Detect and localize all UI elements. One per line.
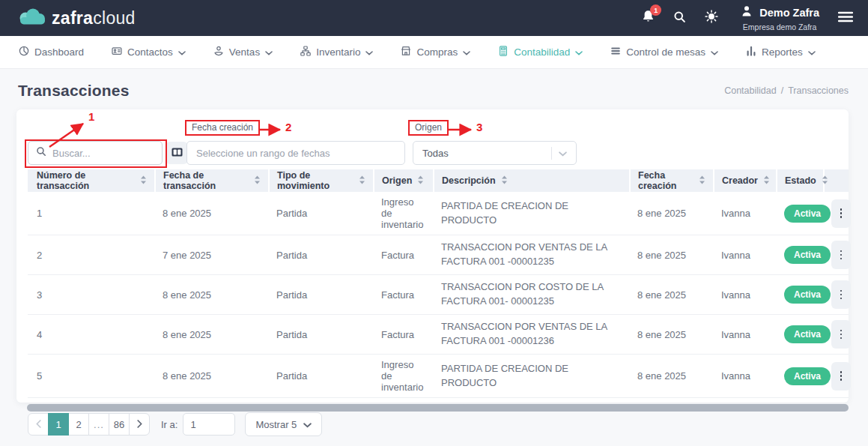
nav-item-ventas[interactable]: Ventas: [213, 46, 273, 58]
col-header-descripcion[interactable]: Descripción: [434, 169, 630, 192]
sort-icon[interactable]: [417, 175, 424, 187]
status-badge: Activa: [784, 325, 831, 343]
chevron-down-icon: [365, 46, 373, 58]
date-range-input[interactable]: [196, 148, 395, 159]
col-header-fecha-creacion[interactable]: Fecha creación: [630, 169, 714, 192]
search-icon: [673, 10, 686, 26]
sort-icon[interactable]: [140, 175, 147, 187]
cell-fecha-transaccion: 8 ene 2025: [155, 315, 269, 355]
table-row: 3 8 ene 2025 Partida Factura TRANSACCION…: [28, 275, 849, 315]
brand-logo[interactable]: zafracloud: [18, 8, 136, 28]
sort-icon[interactable]: [822, 175, 828, 187]
cell-creador: Ivanna: [714, 275, 777, 315]
col-header-estado[interactable]: Estado: [777, 169, 824, 192]
status-badge: Activa: [784, 286, 831, 304]
cell-descripcion: TRANSACCION POR VENTAS DE LA FACTURA 001…: [434, 235, 630, 275]
chevron-down-icon: [265, 46, 273, 58]
cell-descripcion: TRANSACCION POR VENTAS DE LA FACTURA 001…: [434, 315, 630, 355]
store-icon: [401, 46, 411, 58]
cell-creador: Ivanna: [714, 315, 777, 355]
annotation-label-origen: Origen: [408, 120, 449, 136]
columns-toggle-button[interactable]: [166, 142, 188, 164]
nav-item-contactos[interactable]: Contactos: [112, 46, 186, 58]
page-button-2[interactable]: 2: [68, 413, 89, 436]
cell-origen: Ingreso de inventario: [374, 192, 434, 235]
sort-icon[interactable]: [763, 175, 770, 187]
annotation-number-2: 2: [285, 121, 291, 133]
row-actions-button[interactable]: [831, 241, 851, 269]
nav-item-contabilidad[interactable]: Contabilidad: [498, 46, 583, 58]
col-header-origen[interactable]: Origen: [374, 169, 434, 192]
cell-fecha-creacion: 8 ene 2025: [630, 355, 714, 398]
sun-icon: [705, 10, 718, 26]
horizontal-scrollbar[interactable]: [27, 404, 849, 412]
search-button[interactable]: [673, 10, 686, 26]
breadcrumb-divider: /: [781, 85, 783, 96]
sort-icon[interactable]: [254, 175, 261, 187]
row-actions-button[interactable]: [831, 362, 851, 391]
cloud-logo-icon: [18, 8, 46, 28]
page-button-1[interactable]: 1: [48, 413, 69, 436]
nav-label: Contactos: [127, 46, 173, 58]
sort-icon[interactable]: [359, 175, 365, 187]
brand-name-light: cloud: [93, 8, 135, 28]
cell-fecha-transaccion: 8 ene 2025: [155, 355, 269, 398]
nav-item-control-de-mesas[interactable]: Control de mesas: [610, 46, 718, 58]
notification-count-badge: 1: [650, 4, 661, 16]
cell-tipo: Partida: [269, 235, 374, 275]
breadcrumb-parent[interactable]: Contabilidad: [724, 85, 777, 96]
row-actions-button[interactable]: [831, 199, 851, 228]
origin-select[interactable]: Todas: [413, 141, 577, 165]
goto-page-input[interactable]: [183, 413, 235, 436]
annotation-number-1: 1: [88, 110, 94, 123]
col-header-creador[interactable]: Creador: [714, 169, 777, 192]
cell-origen: Factura: [374, 315, 434, 355]
filters-row: Todas: [28, 141, 837, 165]
nav-label: Reportes: [762, 46, 803, 58]
nav-item-inventario[interactable]: Inventario: [300, 46, 373, 58]
cell-numero: 3: [28, 275, 155, 315]
row-actions-button[interactable]: [831, 320, 851, 349]
bar-chart-icon: [746, 46, 756, 58]
chevron-down-icon: [303, 419, 312, 430]
sort-icon[interactable]: [699, 175, 705, 187]
col-header-tipo-movimiento[interactable]: Tipo de movimiento: [269, 169, 374, 192]
nav-item-dashboard[interactable]: Dashboard: [19, 46, 84, 58]
cell-origen: Factura: [374, 235, 434, 275]
dashboard-icon: [19, 46, 29, 58]
theme-toggle-button[interactable]: [705, 10, 718, 26]
notifications-button[interactable]: 1: [642, 10, 655, 26]
page-button-86[interactable]: 86: [109, 413, 130, 436]
search-input[interactable]: [52, 148, 154, 159]
row-actions-button[interactable]: [831, 280, 851, 309]
nav-item-compras[interactable]: Compras: [401, 46, 470, 58]
cell-tipo: Partida: [269, 275, 374, 315]
status-badge: Activa: [784, 205, 831, 223]
brand-name-bold: zafra: [52, 8, 93, 28]
hamburger-menu-button[interactable]: [838, 11, 853, 25]
cell-descripcion: PARTIDA DE CREACION DE PRODUCTO: [434, 192, 630, 235]
nav-label: Ventas: [229, 46, 260, 58]
nav-item-reportes[interactable]: Reportes: [746, 46, 816, 58]
user-menu[interactable]: Demo Zafra Empresa demo Zafra: [740, 4, 819, 31]
page-button-ellipsis[interactable]: ...: [88, 413, 109, 436]
sort-icon[interactable]: [501, 175, 508, 187]
chevron-down-icon: [711, 46, 718, 58]
contacts-card-icon: [112, 46, 122, 58]
next-page-button[interactable]: [129, 413, 150, 436]
sales-icon: [213, 46, 224, 58]
table-row: 4 8 ene 2025 Partida Factura TRANSACCION…: [28, 315, 849, 355]
cell-tipo: Partida: [269, 315, 374, 355]
nav-label: Control de mesas: [626, 46, 705, 58]
chevron-down-icon: [559, 148, 567, 159]
col-header-fecha-transaccion[interactable]: Fecha de transacción: [155, 169, 269, 192]
calculator-icon: [498, 46, 509, 58]
page-title: Transacciones: [18, 82, 130, 100]
page-size-select[interactable]: Mostrar 5: [245, 412, 322, 436]
previous-page-button[interactable]: [28, 413, 49, 436]
status-badge: Activa: [784, 367, 831, 385]
page-buttons-group: 1 2 ... 86: [28, 413, 150, 436]
col-header-numero[interactable]: Número de transacción: [28, 169, 155, 192]
table-header-row: Número de transacción Fecha de transacci…: [28, 169, 849, 192]
stack-icon: [610, 46, 621, 58]
